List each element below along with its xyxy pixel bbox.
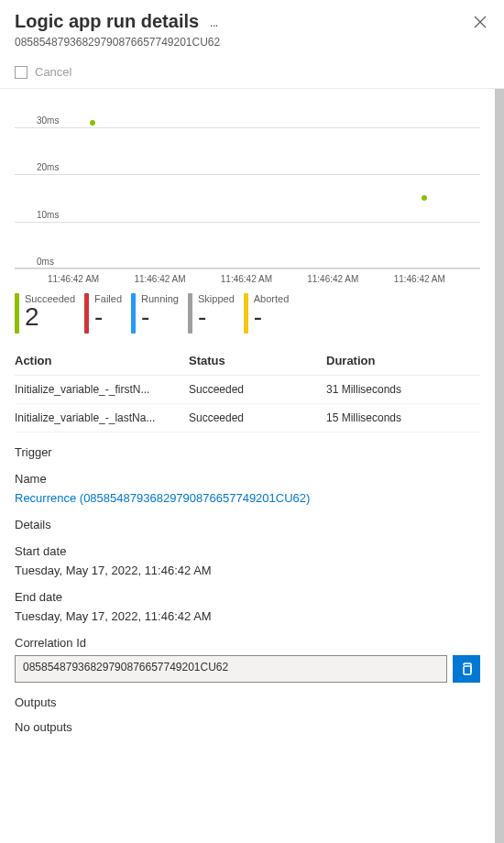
svg-rect-2 [464, 666, 471, 674]
cancel-icon [15, 66, 27, 79]
cell-action: Initialize_variable_-_firstN... [15, 383, 189, 396]
run-id-text: 08585487936829790876657749201CU62 [15, 36, 489, 49]
copy-icon [459, 662, 474, 676]
status-item: Skipped- [188, 293, 235, 334]
table-header: Action Status Duration [15, 346, 480, 376]
status-item: Failed- [84, 293, 122, 334]
chart-xtick: 11:46:42 AM [134, 274, 220, 284]
trigger-name-label: Name [15, 472, 480, 486]
end-date-value: Tuesday, May 17, 2022, 11:46:42 AM [15, 609, 480, 623]
status-count: - [141, 304, 179, 330]
status-item: Aborted- [244, 293, 290, 334]
trigger-name-link[interactable]: Recurrence (0858548793682979087665774920… [15, 491, 480, 505]
close-button[interactable] [471, 13, 489, 31]
status-color-bar [15, 293, 19, 334]
start-date-label: Start date [15, 544, 480, 558]
chart-gridline [15, 127, 480, 128]
toolbar: Cancel [0, 56, 504, 88]
more-icon[interactable]: ··· [210, 17, 218, 32]
chart-point [422, 195, 427, 201]
status-color-bar [244, 293, 248, 334]
cell-status: Succeeded [189, 411, 326, 424]
chart-xtick: 11:46:42 AM [221, 274, 307, 284]
cell-duration: 31 Milliseconds [326, 383, 480, 396]
status-item: Succeeded2 [15, 293, 75, 334]
scroll-area[interactable]: 0ms10ms20ms30ms 11:46:42 AM11:46:42 AM11… [0, 89, 504, 843]
status-count: 2 [25, 304, 75, 330]
chart-xtick: 11:46:42 AM [48, 274, 134, 284]
end-date-label: End date [15, 590, 480, 604]
status-color-bar [84, 293, 89, 334]
chart-gridline [15, 222, 480, 223]
run-details-panel: Logic app run details ··· 08585487936829… [0, 0, 504, 843]
trigger-section: Trigger Name Recurrence (085854879368297… [0, 432, 495, 505]
details-heading: Details [15, 518, 480, 531]
status-summary: Succeeded2Failed-Running-Skipped-Aborted… [0, 284, 495, 337]
corr-id-label: Correlation Id [15, 636, 480, 650]
col-action-header: Action [15, 354, 189, 367]
cell-duration: 15 Milliseconds [326, 411, 480, 424]
trigger-heading: Trigger [15, 445, 480, 459]
status-count: - [198, 304, 235, 330]
col-duration-header: Duration [326, 354, 480, 367]
col-status-header: Status [189, 354, 326, 367]
status-count: - [254, 304, 290, 330]
panel-header: Logic app run details ··· 08585487936829… [0, 0, 504, 56]
table-row[interactable]: Initialize_variable_-_firstN...Succeeded… [15, 376, 480, 404]
chart-gridline [15, 174, 480, 175]
close-icon [474, 16, 487, 28]
chart-ytick: 0ms [37, 257, 54, 267]
outputs-heading: Outputs [15, 695, 480, 709]
chart-ytick: 10ms [37, 209, 59, 219]
status-color-bar [188, 293, 192, 334]
copy-button[interactable] [453, 655, 480, 683]
table-row[interactable]: Initialize_variable_-_lastNa...Succeeded… [15, 404, 480, 432]
outputs-section: Outputs No outputs [0, 683, 495, 752]
status-count: - [94, 304, 122, 330]
actions-table: Action Status Duration Initialize_variab… [0, 337, 495, 432]
cancel-label: Cancel [35, 65, 71, 79]
chart-xtick: 11:46:42 AM [394, 274, 480, 284]
status-color-bar [131, 293, 136, 334]
details-section: Details Start date Tuesday, May 17, 2022… [0, 505, 495, 683]
cancel-button[interactable]: Cancel [15, 65, 71, 79]
cell-action: Initialize_variable_-_lastNa... [15, 411, 189, 424]
chart-ytick: 30ms [37, 115, 59, 125]
duration-chart: 0ms10ms20ms30ms 11:46:42 AM11:46:42 AM11… [0, 89, 495, 284]
start-date-value: Tuesday, May 17, 2022, 11:46:42 AM [15, 564, 480, 577]
chart-xtick: 11:46:42 AM [307, 274, 393, 284]
chart-gridline [15, 268, 480, 269]
panel-title: Logic app run details [15, 11, 199, 32]
chart-point [90, 120, 95, 126]
corr-id-value[interactable]: 08585487936829790876657749201CU62 [15, 655, 447, 683]
outputs-value: No outputs [15, 720, 480, 734]
status-item: Running- [131, 293, 179, 334]
chart-ytick: 20ms [37, 162, 59, 172]
cell-status: Succeeded [189, 383, 326, 396]
